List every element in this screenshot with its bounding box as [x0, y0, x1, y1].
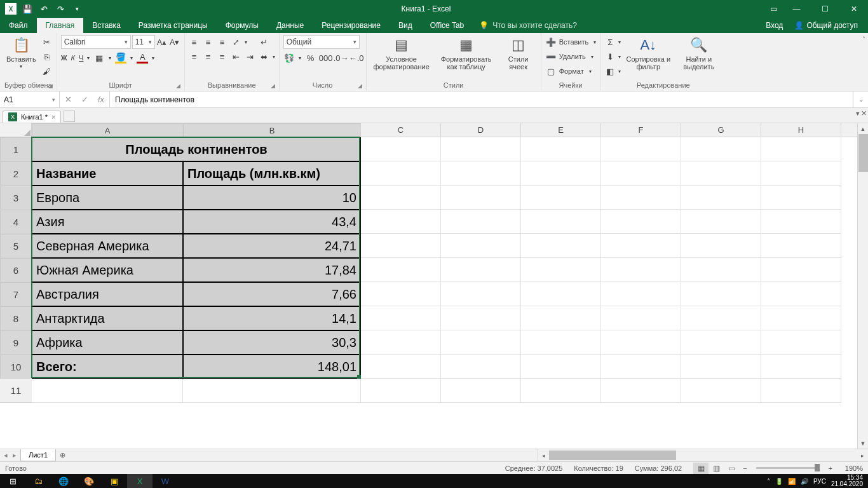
indent-decrease-icon[interactable]: ⇤ — [231, 51, 242, 62]
tell-me[interactable]: 💡 Что вы хотите сделать? — [473, 18, 583, 33]
col-header-C[interactable]: C — [361, 123, 441, 137]
cell-data[interactable]: Европа — [32, 186, 183, 210]
scroll-right-icon[interactable]: ▸ — [857, 452, 868, 459]
align-center-icon[interactable]: ≡ — [203, 51, 214, 62]
cell[interactable] — [361, 379, 441, 403]
add-sheet-button[interactable]: ⊕ — [56, 449, 69, 461]
zoom-out-button[interactable]: − — [739, 464, 750, 472]
cell[interactable] — [521, 258, 601, 282]
cell[interactable] — [361, 210, 441, 234]
number-launcher[interactable]: ◢ — [358, 83, 362, 89]
file-explorer-icon[interactable]: 🗂 — [25, 474, 51, 488]
app-icon[interactable]: ▣ — [102, 474, 127, 488]
cell-data[interactable]: Южная Америка — [32, 258, 183, 282]
col-header-A[interactable]: A — [32, 123, 183, 137]
tab-view[interactable]: Вид — [390, 18, 421, 33]
clock[interactable]: 15:34 21.04.2020 — [831, 475, 863, 487]
close-button[interactable]: ✕ — [839, 0, 868, 18]
cell[interactable] — [441, 161, 521, 186]
worksheet-grid[interactable]: ABCDEFGH 1234567891011 Площадь континент… — [0, 123, 868, 449]
shrink-font-icon[interactable]: A▾ — [169, 36, 180, 48]
redo-icon[interactable]: ↷ — [55, 3, 66, 15]
cell[interactable] — [183, 379, 361, 403]
col-header-E[interactable]: E — [521, 123, 601, 137]
copy-button[interactable]: ⎘ — [41, 50, 53, 64]
network-icon[interactable]: 📶 — [788, 478, 796, 485]
minimize-button[interactable]: — — [782, 0, 811, 18]
merge-icon[interactable]: ⬌ — [259, 51, 270, 62]
cell-data[interactable]: Северная Америка — [32, 234, 183, 258]
row-header-8[interactable]: 8 — [0, 306, 32, 330]
cell[interactable] — [441, 379, 521, 403]
vscroll-thumb[interactable] — [858, 134, 868, 172]
font-size-select[interactable]: 11▾ — [132, 35, 155, 49]
new-doctab[interactable] — [64, 111, 75, 122]
cell[interactable] — [601, 306, 681, 330]
cell[interactable] — [761, 330, 841, 355]
formula-input[interactable]: Площадь континентов — [110, 92, 853, 107]
cell[interactable] — [361, 234, 441, 258]
tab-formulas[interactable]: Формулы — [217, 18, 268, 33]
cell[interactable] — [521, 330, 601, 355]
cell[interactable] — [441, 355, 521, 379]
cell[interactable] — [521, 210, 601, 234]
cell-data[interactable]: 17,84 — [183, 258, 361, 282]
cell-data[interactable]: Антарктида — [32, 306, 183, 330]
cancel-icon[interactable]: ✕ — [60, 95, 76, 104]
cell[interactable] — [441, 186, 521, 210]
indent-increase-icon[interactable]: ⇥ — [245, 51, 256, 62]
clear-button[interactable]: ◧▾ — [604, 64, 621, 78]
cell[interactable] — [761, 355, 841, 379]
view-page-layout-icon[interactable]: ▥ — [709, 463, 724, 474]
cell-data[interactable]: Азия — [32, 210, 183, 234]
cell[interactable] — [601, 234, 681, 258]
decrease-decimal-icon[interactable]: ←.0 — [351, 52, 362, 64]
cell[interactable] — [761, 258, 841, 282]
tab-layout[interactable]: Разметка страницы — [130, 18, 217, 33]
cell[interactable] — [521, 355, 601, 379]
cell[interactable] — [681, 355, 761, 379]
doctab-menu-icon[interactable]: ▾ — [856, 109, 860, 118]
zoom-slider-knob[interactable] — [815, 464, 820, 471]
col-header-F[interactable]: F — [601, 123, 681, 137]
signin-link[interactable]: Вход — [766, 21, 783, 30]
excel-taskbar-icon[interactable]: X — [127, 474, 153, 488]
autosum-button[interactable]: Σ▾ — [604, 35, 621, 49]
tab-data[interactable]: Данные — [268, 18, 313, 33]
col-header-H[interactable]: H — [761, 123, 841, 137]
cell-data[interactable]: 7,66 — [183, 282, 361, 306]
cell[interactable] — [761, 234, 841, 258]
chrome-icon[interactable]: 🌐 — [51, 474, 76, 488]
start-button[interactable]: ⊞ — [0, 474, 25, 488]
cell[interactable] — [441, 306, 521, 330]
cell[interactable] — [601, 355, 681, 379]
cell[interactable] — [361, 161, 441, 186]
format-as-table-button[interactable]: ▦Форматировать как таблицу — [435, 35, 498, 72]
scroll-left-icon[interactable]: ◂ — [538, 452, 549, 459]
tray-chevron-icon[interactable]: ˄ — [767, 478, 770, 485]
cell[interactable] — [521, 379, 601, 403]
paste-button[interactable]: 📋 Вставить ▾ — [4, 35, 39, 71]
orientation-icon[interactable]: ⤢ — [231, 36, 242, 48]
row-header-6[interactable]: 6 — [0, 258, 32, 282]
zoom-value[interactable]: 190% — [836, 464, 863, 472]
cell[interactable] — [361, 355, 441, 379]
bold-button[interactable]: Ж — [61, 54, 67, 62]
fill-color-icon[interactable]: 🪣 — [115, 52, 126, 64]
cell[interactable] — [681, 379, 761, 403]
cell[interactable] — [521, 161, 601, 186]
row-header-1[interactable]: 1 — [0, 137, 32, 161]
font-launcher[interactable]: ◢ — [176, 83, 180, 89]
paint-icon[interactable]: 🎨 — [76, 474, 102, 488]
cell[interactable] — [361, 306, 441, 330]
cell[interactable] — [521, 282, 601, 306]
wrap-text-icon[interactable]: ↵ — [259, 36, 270, 48]
cell[interactable] — [601, 282, 681, 306]
cell[interactable] — [32, 379, 183, 403]
tab-review[interactable]: Рецензирование — [313, 18, 390, 33]
undo-icon[interactable]: ↶ — [38, 3, 50, 15]
cells-area[interactable]: Площадь континентовНазваниеПлощадь (млн.… — [32, 137, 857, 449]
ribbon-display-options[interactable]: ▭ — [764, 0, 782, 18]
cell[interactable] — [601, 258, 681, 282]
accounting-icon[interactable]: 💱 — [283, 52, 295, 64]
